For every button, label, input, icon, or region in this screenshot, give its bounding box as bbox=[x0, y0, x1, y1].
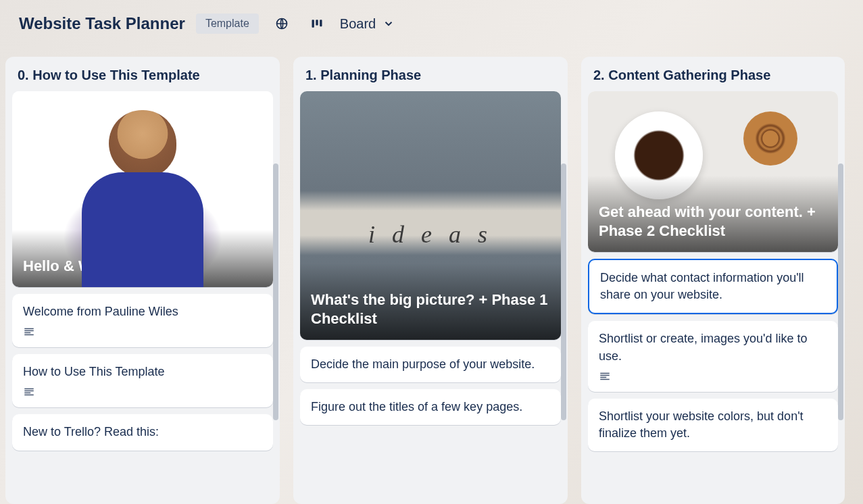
description-icon bbox=[23, 386, 35, 398]
card-figure-out-titles[interactable]: Figure out the titles of a few key pages… bbox=[300, 389, 561, 425]
card-cover-image: Hello & Welcome bbox=[12, 91, 273, 287]
cards-container: Hello & Welcome Welcome from Pauline Wil… bbox=[5, 91, 280, 499]
list-title[interactable]: 0. How to Use This Template bbox=[5, 57, 280, 91]
card-cover-overlay: What's the big picture? + Phase 1 Checkl… bbox=[300, 263, 561, 340]
card-cover-get-ahead[interactable]: Get ahead with your content. + Phase 2 C… bbox=[588, 91, 838, 252]
svg-rect-1 bbox=[312, 20, 314, 28]
description-icon bbox=[599, 370, 611, 382]
card-cover-title: Get ahead with your content. + Phase 2 C… bbox=[599, 203, 827, 241]
board-columns-icon bbox=[310, 17, 324, 30]
template-badge[interactable]: Template bbox=[196, 14, 259, 34]
list-column-content-gathering: 2. Content Gathering Phase Get ahead wit… bbox=[581, 57, 845, 504]
list-title[interactable]: 2. Content Gathering Phase bbox=[581, 57, 845, 91]
card-cover-overlay: Hello & Welcome bbox=[12, 230, 273, 287]
card-cover-title: Hello & Welcome bbox=[23, 257, 262, 276]
board-view-icon-button[interactable] bbox=[305, 11, 329, 36]
card-welcome-from-pauline[interactable]: Welcome from Pauline Wiles bbox=[12, 294, 273, 347]
card-cover-big-picture[interactable]: What's the big picture? + Phase 1 Checkl… bbox=[300, 91, 561, 340]
card-title: Decide what contact information you'll s… bbox=[600, 270, 826, 303]
globe-icon bbox=[275, 17, 289, 30]
card-title: Figure out the titles of a few key pages… bbox=[311, 399, 550, 415]
board-header: Website Task Planner Template Board bbox=[0, 0, 863, 47]
board-title[interactable]: Website Task Planner bbox=[19, 14, 185, 33]
visibility-button[interactable] bbox=[270, 11, 294, 36]
card-title: How to Use This Template bbox=[23, 363, 262, 380]
chevron-down-icon bbox=[383, 18, 395, 30]
list-column-how-to-use: 0. How to Use This Template Hello & Welc… bbox=[5, 57, 280, 504]
cards-container: What's the big picture? + Phase 1 Checkl… bbox=[293, 91, 568, 499]
card-title: Shortlist your website colors, but don't… bbox=[599, 408, 827, 442]
list-column-planning-phase: 1. Planning Phase What's the big picture… bbox=[293, 57, 568, 504]
scrollbar[interactable] bbox=[838, 163, 843, 420]
card-cover-image: What's the big picture? + Phase 1 Checkl… bbox=[300, 91, 561, 340]
view-label: Board bbox=[340, 16, 376, 32]
card-new-to-trello[interactable]: New to Trello? Read this: bbox=[12, 414, 273, 450]
card-decide-main-purpose[interactable]: Decide the main purpose of your website. bbox=[300, 347, 561, 382]
card-decide-contact-info[interactable]: Decide what contact information you'll s… bbox=[588, 259, 838, 314]
card-title: Shortlist or create, images you'd like t… bbox=[599, 330, 827, 364]
card-cover-overlay: Get ahead with your content. + Phase 2 C… bbox=[588, 176, 838, 252]
card-title: Decide the main purpose of your website. bbox=[311, 356, 550, 373]
card-title: New to Trello? Read this: bbox=[23, 424, 262, 440]
card-title: Welcome from Pauline Wiles bbox=[23, 303, 262, 320]
scrollbar[interactable] bbox=[561, 163, 566, 420]
card-how-to-use-template[interactable]: How to Use This Template bbox=[12, 354, 273, 407]
card-cover-image: Get ahead with your content. + Phase 2 C… bbox=[588, 91, 838, 252]
scrollbar[interactable] bbox=[273, 163, 278, 420]
card-shortlist-colors[interactable]: Shortlist your website colors, but don't… bbox=[588, 399, 838, 451]
description-icon bbox=[23, 326, 35, 338]
card-cover-hello-welcome[interactable]: Hello & Welcome bbox=[12, 91, 273, 287]
board-area[interactable]: 0. How to Use This Template Hello & Welc… bbox=[0, 47, 863, 504]
svg-rect-2 bbox=[316, 20, 318, 25]
view-switcher[interactable]: Board bbox=[340, 16, 395, 32]
cards-container: Get ahead with your content. + Phase 2 C… bbox=[581, 91, 845, 499]
svg-rect-3 bbox=[320, 20, 322, 26]
card-shortlist-images[interactable]: Shortlist or create, images you'd like t… bbox=[588, 321, 838, 391]
card-cover-title: What's the big picture? + Phase 1 Checkl… bbox=[311, 291, 550, 329]
list-title[interactable]: 1. Planning Phase bbox=[293, 57, 568, 91]
